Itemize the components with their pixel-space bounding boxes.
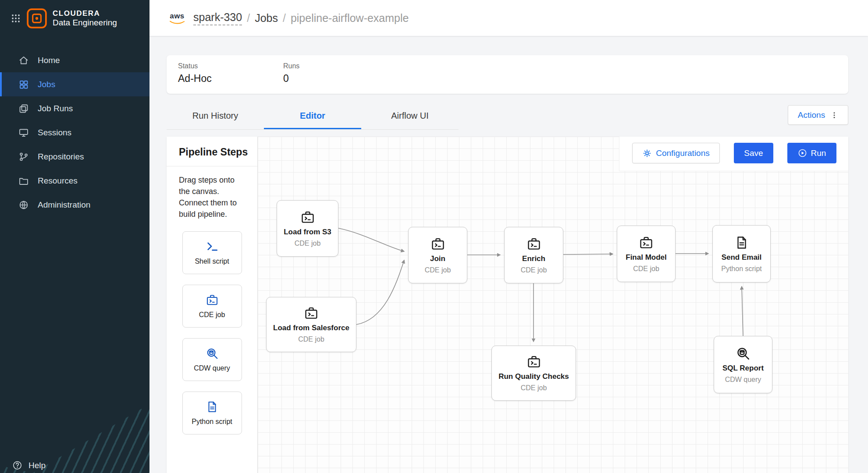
aws-badge-label: aws bbox=[170, 12, 185, 21]
node-title: Load from Salesforce bbox=[273, 324, 349, 332]
cloudera-logo-icon bbox=[26, 8, 47, 29]
node-title: Join bbox=[430, 254, 445, 263]
kebab-icon bbox=[830, 111, 838, 119]
pipeline-node-load-from-salesforce[interactable]: Load from Salesforce CDE job bbox=[266, 297, 356, 352]
node-title: Run Quality Checks bbox=[498, 372, 569, 381]
node-subtitle: CDE job bbox=[298, 335, 324, 343]
tab-airflow-ui[interactable]: Airflow UI bbox=[361, 104, 459, 129]
sidebar-item-label: Job Runs bbox=[38, 104, 73, 113]
top-header: aws spark-330 / Jobs / pipeline-airflow-… bbox=[149, 0, 868, 36]
save-button[interactable]: Save bbox=[734, 143, 773, 163]
canvas-toolbar: Configurations Save Run bbox=[619, 137, 848, 171]
brand-name: CLOUDERA bbox=[53, 9, 117, 18]
status-label: Status bbox=[178, 62, 283, 70]
sidebar-item-label: Repositories bbox=[38, 152, 84, 162]
node-subtitle: CDE job bbox=[425, 266, 451, 274]
tab-run-history[interactable]: Run History bbox=[167, 104, 264, 129]
job-runs-icon bbox=[18, 103, 29, 114]
node-subtitle: CDE job bbox=[521, 266, 547, 274]
sessions-icon bbox=[18, 127, 29, 138]
pipeline-node-join[interactable]: Join CDE job bbox=[408, 227, 467, 283]
pipeline-node-run-quality-checks[interactable]: Run Quality Checks CDE job bbox=[491, 346, 576, 401]
jobs-icon bbox=[18, 79, 29, 90]
node-title: Send Email bbox=[722, 253, 762, 262]
step-label: CDW query bbox=[194, 364, 230, 372]
shell-script-icon bbox=[206, 240, 219, 253]
sidebar-item-label: Home bbox=[38, 56, 60, 65]
sidebar-item-administration[interactable]: Administration bbox=[0, 193, 149, 217]
step-label: CDE job bbox=[199, 311, 225, 319]
edge-enrich-to-final-model bbox=[563, 254, 613, 254]
edge-load-from-s3-to-join bbox=[338, 228, 404, 251]
run-label: Run bbox=[811, 148, 826, 158]
sidebar-item-resources[interactable]: Resources bbox=[0, 169, 149, 193]
step-shell-script[interactable]: Shell script bbox=[182, 231, 242, 274]
sidebar-help[interactable]: Help bbox=[12, 460, 46, 470]
step-label: Shell script bbox=[195, 258, 229, 265]
status-value: Ad-Hoc bbox=[178, 73, 283, 85]
tab-bar: Run History Editor Airflow UI bbox=[167, 104, 459, 130]
pipeline-canvas[interactable]: Configurations Save Run bbox=[258, 137, 848, 473]
gear-icon bbox=[642, 148, 652, 158]
tab-editor[interactable]: Editor bbox=[264, 104, 361, 129]
steps-panel-description: Drag steps onto the canvas. Connect them… bbox=[167, 166, 257, 224]
pipeline-node-enrich[interactable]: Enrich CDE job bbox=[504, 227, 563, 283]
breadcrumb-separator: / bbox=[247, 12, 250, 25]
configurations-label: Configurations bbox=[656, 148, 710, 158]
app-launcher-icon[interactable] bbox=[11, 13, 21, 24]
breadcrumb-jobs[interactable]: Jobs bbox=[255, 12, 278, 25]
pipeline-node-final-model[interactable]: Final Model CDE job bbox=[617, 226, 676, 282]
aws-swoosh-icon bbox=[169, 21, 185, 25]
breadcrumb-current-page: pipeline-airflow-example bbox=[291, 12, 409, 25]
step-cde-job[interactable]: CDE job bbox=[182, 285, 242, 328]
job-summary-card: Status Ad-Hoc Runs 0 bbox=[167, 55, 848, 94]
pipeline-node-send-email[interactable]: Send Email Python script bbox=[712, 225, 771, 282]
cde-job-icon bbox=[639, 235, 654, 250]
content-area: Status Ad-Hoc Runs 0 Run History Editor … bbox=[149, 36, 868, 473]
step-cdw-query[interactable]: CDW query bbox=[182, 338, 242, 381]
configurations-button[interactable]: Configurations bbox=[632, 143, 720, 163]
step-python-script[interactable]: Python script bbox=[182, 392, 242, 434]
help-label: Help bbox=[28, 461, 46, 470]
steps-panel-title: Pipeline Steps bbox=[167, 137, 257, 166]
pipeline-editor-panel: Pipeline Steps Drag steps onto the canva… bbox=[167, 137, 848, 473]
sidebar-item-label: Administration bbox=[38, 200, 90, 210]
cde-job-icon bbox=[304, 306, 319, 321]
sidebar-item-job-runs[interactable]: Job Runs bbox=[0, 96, 149, 120]
python-script-icon bbox=[206, 400, 219, 413]
sidebar-nav: Home Jobs Job Runs Sessions Repositories… bbox=[0, 48, 149, 217]
node-title: Load from S3 bbox=[284, 228, 331, 236]
aws-cloud-badge: aws bbox=[169, 12, 185, 25]
sidebar-header: CLOUDERA Data Engineering bbox=[0, 0, 149, 36]
edge-load-from-salesforce-to-join bbox=[356, 260, 404, 325]
runs-column: Runs 0 bbox=[283, 62, 388, 87]
step-label: Python script bbox=[192, 418, 232, 426]
brand-text: CLOUDERA Data Engineering bbox=[53, 9, 117, 27]
sidebar-item-home[interactable]: Home bbox=[0, 48, 149, 72]
save-label: Save bbox=[744, 148, 763, 158]
node-subtitle: CDE job bbox=[633, 265, 659, 273]
pipeline-node-load-from-s3[interactable]: Load from S3 CDE job bbox=[277, 200, 338, 257]
resources-icon bbox=[18, 176, 29, 186]
node-subtitle: CDE job bbox=[295, 240, 321, 247]
node-title: Enrich bbox=[522, 254, 545, 263]
sidebar-item-label: Resources bbox=[38, 176, 78, 186]
runs-label: Runs bbox=[283, 62, 388, 70]
main-area: aws spark-330 / Jobs / pipeline-airflow-… bbox=[149, 0, 868, 473]
run-button[interactable]: Run bbox=[787, 143, 836, 163]
repositories-icon bbox=[18, 152, 29, 162]
pipeline-node-sql-report[interactable]: SQL Report CDW query bbox=[714, 336, 772, 393]
sidebar-item-sessions[interactable]: Sessions bbox=[0, 120, 149, 145]
node-subtitle: Python script bbox=[721, 265, 761, 273]
python-script-icon bbox=[734, 235, 749, 250]
sidebar-item-jobs[interactable]: Jobs bbox=[0, 72, 149, 96]
cde-job-icon bbox=[300, 210, 315, 225]
sidebar: CLOUDERA Data Engineering Home Jobs Job … bbox=[0, 0, 149, 473]
play-circle-icon bbox=[798, 148, 807, 158]
help-icon bbox=[12, 460, 22, 470]
steps-list: Shell script CDE job CDW query Python sc… bbox=[167, 231, 257, 434]
sidebar-item-repositories[interactable]: Repositories bbox=[0, 145, 149, 169]
cdw-query-icon bbox=[206, 347, 219, 360]
actions-button[interactable]: Actions bbox=[788, 105, 848, 125]
breadcrumb-cluster[interactable]: spark-330 bbox=[193, 11, 242, 25]
